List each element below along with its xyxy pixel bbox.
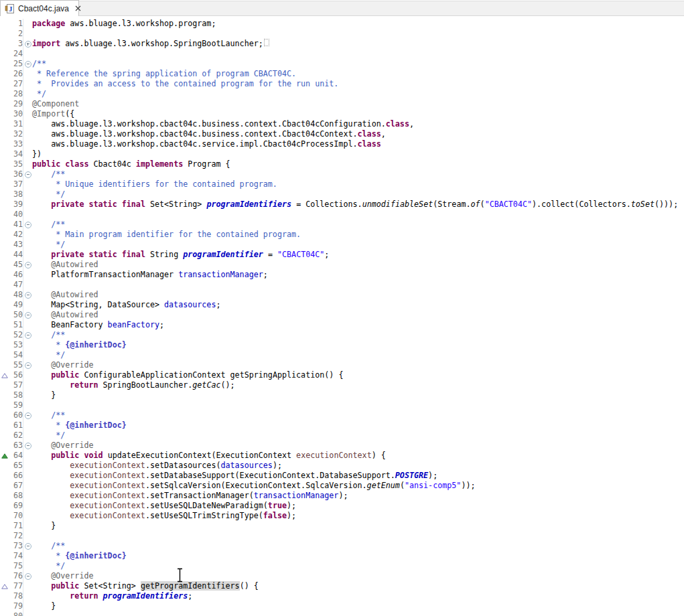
fold-collapse-icon[interactable] <box>25 362 31 369</box>
code-text[interactable]: executionContext.setDatasources(datasour… <box>32 461 282 471</box>
code-segment: @Autowired <box>51 260 98 269</box>
code-segment: POSTGRE <box>395 471 428 480</box>
code-line: 70 executionContext.setUseSQLTrimStringT… <box>0 511 684 521</box>
line-number: 64 <box>9 451 23 461</box>
code-text[interactable]: * Unique identifiers for the contained p… <box>32 179 277 189</box>
code-text[interactable]: executionContext.setUseSQLDateNewParadig… <box>32 501 296 511</box>
fold-expand-icon[interactable] <box>25 41 31 48</box>
fold-collapse-icon[interactable] <box>25 543 31 550</box>
code-text[interactable]: @Override <box>32 441 94 451</box>
code-segment: private <box>51 250 84 259</box>
code-text[interactable]: @Import({ <box>32 109 74 119</box>
code-text[interactable]: aws.bluage.l3.workshop.cbact04c.service.… <box>32 139 381 149</box>
tab-cbact04c-java[interactable]: J Cbact04c.java <box>0 0 79 16</box>
code-text[interactable]: executionContext.setSqlcaVersion(Executi… <box>32 481 476 491</box>
code-text[interactable]: * Provides an access to the contained pr… <box>32 79 338 89</box>
code-segment: void <box>84 451 102 460</box>
code-text[interactable]: }) <box>32 149 42 159</box>
code-line: 56 public ConfigurableApplicationContext… <box>0 370 684 380</box>
code-text[interactable]: @Override <box>32 571 94 581</box>
line-number: 3 <box>9 39 23 49</box>
code-text[interactable]: PlatformTransactionManager transactionMa… <box>32 270 268 280</box>
code-text[interactable]: */ <box>32 189 65 200</box>
code-line: 53 * {@inheritDoc} <box>0 340 684 350</box>
fold-collapse-icon[interactable] <box>25 61 31 68</box>
code-text[interactable]: } <box>32 390 56 400</box>
code-text[interactable]: @Autowired <box>32 260 98 270</box>
fold-collapse-icon[interactable] <box>25 443 31 449</box>
code-segment: = <box>263 250 277 259</box>
code-line: 33 aws.bluage.l3.workshop.cbact04c.servi… <box>0 139 684 149</box>
code-text[interactable]: /** <box>32 169 65 179</box>
code-line: 34}) <box>0 149 684 159</box>
code-text[interactable]: executionContext.setUseSQLTrimStringType… <box>32 511 296 521</box>
code-text[interactable]: import aws.bluage.l3.workshop.SpringBoot… <box>32 39 269 49</box>
code-editor[interactable]: 1package aws.bluage.l3.workshop.program;… <box>0 17 684 616</box>
code-text[interactable]: public void updateExecutionContext(Execu… <box>32 451 386 461</box>
code-segment: Program { <box>183 159 230 169</box>
code-text[interactable]: aws.bluage.l3.workshop.cbact04c.business… <box>32 129 386 139</box>
code-text[interactable]: executionContext.setTransactionManager(t… <box>32 491 348 501</box>
code-text[interactable]: } <box>32 601 56 611</box>
code-text[interactable]: aws.bluage.l3.workshop.cbact04c.business… <box>32 119 414 129</box>
fold-collapse-icon[interactable] <box>25 222 31 228</box>
code-text[interactable]: return programIdentifiers; <box>32 591 192 601</box>
code-text[interactable]: package aws.bluage.l3.workshop.program; <box>32 19 216 29</box>
code-segment: @Import <box>32 109 65 119</box>
fold-column-cell <box>23 350 32 360</box>
code-text[interactable]: public class Cbact04c implements Program… <box>32 159 230 169</box>
fold-collapse-icon[interactable] <box>25 332 31 339</box>
code-line: 61 * {@inheritDoc} <box>0 420 684 431</box>
fold-collapse-icon[interactable] <box>25 171 31 178</box>
code-text[interactable]: @Component <box>32 99 79 109</box>
code-segment: aws.bluage.l3.workshop.SpringBootLaunche… <box>60 39 263 48</box>
code-text[interactable]: BeanFactory beanFactory; <box>32 320 164 330</box>
code-text[interactable]: return SpringBootLauncher.getCac(); <box>32 380 235 390</box>
code-text[interactable]: public ConfigurableApplicationContext ge… <box>32 370 343 380</box>
code-text[interactable]: */ <box>32 561 65 571</box>
code-text[interactable]: private static final Set<String> program… <box>32 200 678 210</box>
code-text[interactable]: /** <box>32 59 46 69</box>
line-number: 68 <box>9 491 23 501</box>
code-segment: ( <box>480 200 485 209</box>
fold-collapse-icon[interactable] <box>25 573 31 580</box>
marker-column-cell <box>0 29 9 39</box>
code-text[interactable]: * {@inheritDoc} <box>32 551 127 561</box>
code-segment: public <box>51 370 79 380</box>
code-line: 80 <box>0 611 684 616</box>
code-text[interactable]: @Autowired <box>32 290 98 300</box>
code-text[interactable]: */ <box>32 89 46 99</box>
code-text[interactable]: public Set<String> getProgramIdentifiers… <box>32 581 259 591</box>
fold-collapse-icon[interactable] <box>25 262 31 268</box>
code-text[interactable]: executionContext.setDatabaseSupport(Exec… <box>32 471 437 481</box>
close-icon[interactable] <box>75 5 81 11</box>
code-line: 43 */ <box>0 240 684 250</box>
code-text[interactable]: */ <box>32 240 65 250</box>
fold-collapse-icon[interactable] <box>25 412 31 419</box>
code-text[interactable]: */ <box>32 431 65 441</box>
collapsed-region-icon[interactable] <box>264 39 269 46</box>
code-text[interactable]: /** <box>32 220 65 230</box>
code-text[interactable]: /** <box>32 541 65 551</box>
code-text[interactable]: private static final String programIdent… <box>32 250 329 260</box>
code-text[interactable]: @Override <box>32 360 94 370</box>
code-line: 69 executionContext.setUseSQLDateNewPara… <box>0 501 684 511</box>
code-text[interactable]: /** <box>32 330 65 340</box>
code-text[interactable]: * {@inheritDoc} <box>32 420 127 431</box>
code-text[interactable]: */ <box>32 350 65 360</box>
code-text[interactable]: * Reference the spring application of pr… <box>32 69 296 79</box>
code-text[interactable]: /** <box>32 410 65 420</box>
marker-column-cell <box>0 300 9 310</box>
code-text[interactable]: @Autowired <box>32 310 98 320</box>
fold-collapse-icon[interactable] <box>25 292 31 299</box>
code-segment: ; <box>324 250 329 259</box>
fold-collapse-icon[interactable] <box>25 312 31 319</box>
code-segment: executionContext <box>70 471 145 480</box>
code-segment <box>32 471 70 480</box>
code-segment: * <box>51 551 65 560</box>
code-text[interactable]: * {@inheritDoc} <box>32 340 127 350</box>
code-text[interactable]: } <box>32 521 56 531</box>
code-text[interactable]: Map<String, DataSource> datasources; <box>32 300 220 310</box>
fold-column-cell <box>23 340 32 350</box>
code-text[interactable]: * Main program identifier for the contai… <box>32 230 301 240</box>
